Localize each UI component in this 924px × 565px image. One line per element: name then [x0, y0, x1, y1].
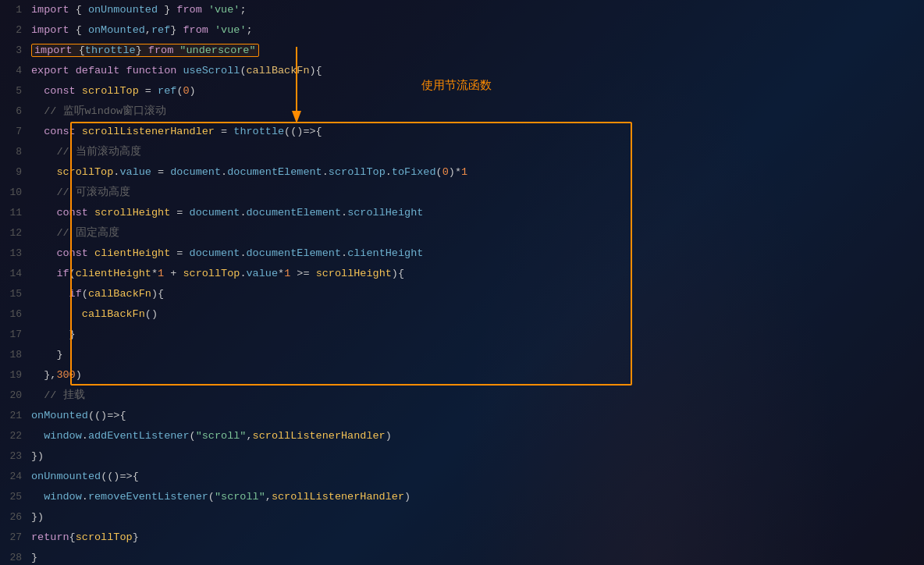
- line-content-26: }): [31, 507, 640, 528]
- line-num-17: 17: [0, 325, 31, 345]
- line-content-14: if(clientHeight*1 + scrollTop.value*1 >=…: [31, 264, 640, 284]
- line-content-11: const scrollHeight = document.documentEl…: [31, 203, 640, 223]
- code-line-10: 10 // 可滚动高度: [0, 183, 640, 203]
- annotation-text: 使用节流函数: [421, 78, 492, 93]
- line-num-13: 13: [0, 243, 31, 264]
- code-line-12: 12 // 固定高度: [0, 223, 640, 243]
- line-num-6: 6: [0, 101, 31, 122]
- line-content-5: const scrollTop = ref(0): [31, 81, 640, 101]
- line-content-28: }: [31, 548, 640, 565]
- line-num-10: 10: [0, 183, 31, 203]
- line-content-20: // 挂载: [31, 386, 640, 406]
- code-line-15: 15 if(callBackFn){: [0, 284, 640, 304]
- line-num-19: 19: [0, 365, 31, 386]
- code-line-27: 27 return{scrollTop}: [0, 528, 640, 548]
- line-content-22: window.addEventListener("scroll",scrollL…: [31, 426, 640, 446]
- line-content-10: // 可滚动高度: [31, 183, 640, 203]
- code-line-28: 28 }: [0, 548, 640, 565]
- line-content-9: scrollTop.value = document.documentEleme…: [31, 162, 640, 183]
- line-content-7: const scrollListenerHandler = throttle((…: [31, 122, 640, 142]
- line-content-27: return{scrollTop}: [31, 528, 640, 548]
- code-line-18: 18 }: [0, 345, 640, 365]
- line-num-9: 9: [0, 162, 31, 183]
- line-content-23: }): [31, 446, 640, 467]
- line-num-26: 26: [0, 507, 31, 528]
- line-content-8: // 当前滚动高度: [31, 142, 640, 162]
- line-num-1: 1: [0, 0, 31, 20]
- line-num-22: 22: [0, 426, 31, 446]
- line-num-25: 25: [0, 487, 31, 507]
- line-content-2: import { onMounted,ref} from 'vue';: [31, 20, 640, 41]
- line-content-3: import {throttle} from "underscore": [31, 41, 640, 61]
- line-num-24: 24: [0, 467, 31, 487]
- line-num-7: 7: [0, 122, 31, 142]
- line-content-1: import { onUnmounted } from 'vue';: [31, 0, 640, 20]
- line-content-6: // 监听window窗口滚动: [31, 101, 640, 122]
- code-line-4: 4 export default function useScroll(call…: [0, 61, 640, 81]
- code-line-14: 14 if(clientHeight*1 + scrollTop.value*1…: [0, 264, 640, 284]
- code-line-2: 2 import { onMounted,ref} from 'vue';: [0, 20, 640, 41]
- line-num-2: 2: [0, 20, 31, 41]
- code-line-21: 21 onMounted(()=>{: [0, 406, 640, 426]
- line-num-3: 3: [0, 41, 31, 61]
- line-num-15: 15: [0, 284, 31, 304]
- code-line-13: 13 const clientHeight = document.documen…: [0, 243, 640, 264]
- line-num-20: 20: [0, 386, 31, 406]
- code-line-24: 24 onUnmounted(()=>{: [0, 467, 640, 487]
- line-content-25: window.removeEventListener("scroll",scro…: [31, 487, 640, 507]
- line-content-16: callBackFn(): [31, 304, 640, 325]
- code-editor: 1 import { onUnmounted } from 'vue'; 2 i…: [0, 0, 640, 565]
- line-content-17: }: [31, 325, 640, 345]
- line-num-21: 21: [0, 406, 31, 426]
- line-content-13: const clientHeight = document.documentEl…: [31, 243, 640, 264]
- line-num-8: 8: [0, 142, 31, 162]
- code-line-11: 11 const scrollHeight = document.documen…: [0, 203, 640, 223]
- code-line-26: 26 }): [0, 507, 640, 528]
- line-num-11: 11: [0, 203, 31, 223]
- code-line-16: 16 callBackFn(): [0, 304, 640, 325]
- line-num-23: 23: [0, 446, 31, 467]
- code-line-5: 5 const scrollTop = ref(0): [0, 81, 640, 101]
- code-line-7: 7 const scrollListenerHandler = throttle…: [0, 122, 640, 142]
- line-content-15: if(callBackFn){: [31, 284, 640, 304]
- code-line-9: 9 scrollTop.value = document.documentEle…: [0, 162, 640, 183]
- line-num-4: 4: [0, 61, 31, 81]
- line-num-14: 14: [0, 264, 31, 284]
- code-line-6: 6 // 监听window窗口滚动: [0, 101, 640, 122]
- code-line-19: 19 },300): [0, 365, 640, 386]
- line-content-19: },300): [31, 365, 640, 386]
- code-line-23: 23 }): [0, 446, 640, 467]
- line-num-18: 18: [0, 345, 31, 365]
- line-num-12: 12: [0, 223, 31, 243]
- code-line-8: 8 // 当前滚动高度: [0, 142, 640, 162]
- code-line-25: 25 window.removeEventListener("scroll",s…: [0, 487, 640, 507]
- line-content-18: }: [31, 345, 640, 365]
- line-num-27: 27: [0, 528, 31, 548]
- code-line-3: 3 import {throttle} from "underscore": [0, 41, 640, 61]
- line-num-5: 5: [0, 81, 31, 101]
- code-line-1: 1 import { onUnmounted } from 'vue';: [0, 0, 640, 20]
- line-content-21: onMounted(()=>{: [31, 406, 640, 426]
- code-line-17: 17 }: [0, 325, 640, 345]
- line-content-4: export default function useScroll(callBa…: [31, 61, 640, 81]
- code-line-20: 20 // 挂载: [0, 386, 640, 406]
- line-num-28: 28: [0, 548, 31, 565]
- line-content-12: // 固定高度: [31, 223, 640, 243]
- line-content-24: onUnmounted(()=>{: [31, 467, 640, 487]
- line-num-16: 16: [0, 304, 31, 325]
- code-line-22: 22 window.addEventListener("scroll",scro…: [0, 426, 640, 446]
